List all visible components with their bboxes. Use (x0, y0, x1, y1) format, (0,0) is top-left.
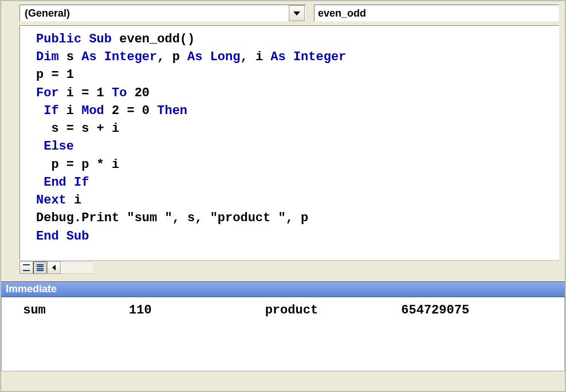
immediate-output-line: sum 110 product 654729075 (2, 297, 564, 317)
code-text[interactable]: Public Sub even_odd()Dim s As Integer, p… (20, 26, 559, 250)
chevron-down-icon (293, 11, 300, 15)
procedure-view-button[interactable] (19, 261, 33, 274)
full-module-view-button[interactable] (33, 261, 47, 274)
object-dropdown[interactable]: (General) (19, 5, 306, 22)
immediate-window-title: Immediate (1, 281, 565, 297)
vb-editor-window: (General) even_odd Public Sub even_odd()… (0, 0, 566, 392)
view-strip (19, 260, 559, 275)
immediate-window[interactable]: sum 110 product 654729075 (1, 297, 565, 371)
hscroll-left-button[interactable] (47, 261, 61, 274)
chevron-left-icon (52, 265, 56, 271)
procedure-view-icon (23, 264, 30, 271)
full-module-view-icon (37, 264, 44, 271)
procedure-box-label: even_odd (315, 7, 366, 19)
dropdown-row: (General) even_odd (1, 1, 565, 23)
object-dropdown-arrow[interactable] (289, 5, 305, 21)
hscroll-track[interactable] (61, 261, 93, 274)
procedure-box[interactable]: even_odd (314, 5, 559, 22)
object-dropdown-label: (General) (20, 7, 288, 19)
code-pane[interactable]: Public Sub even_odd()Dim s As Integer, p… (19, 25, 559, 260)
